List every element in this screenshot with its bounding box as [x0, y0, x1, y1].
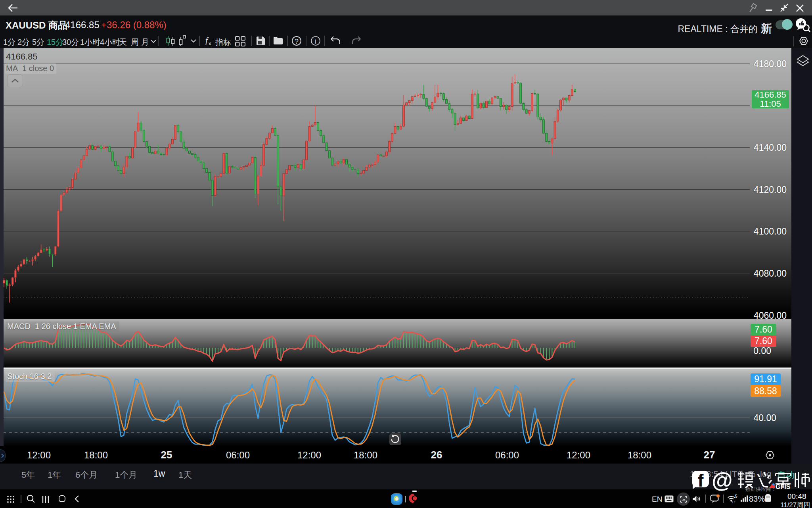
svg-text:i: i: [315, 38, 316, 45]
svg-text:↓: ↓: [732, 500, 733, 504]
svg-text:x: x: [209, 40, 211, 46]
svg-text:↑: ↑: [734, 500, 736, 504]
svg-text:5: 5: [735, 494, 737, 498]
svg-text:?: ?: [295, 38, 299, 45]
